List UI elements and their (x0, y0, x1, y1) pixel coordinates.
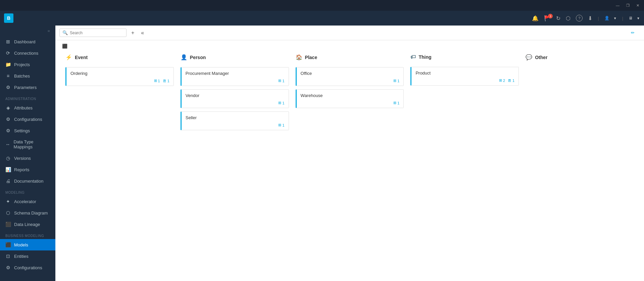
sidebar-item-projects[interactable]: 📁Projects (0, 59, 55, 70)
download-icon[interactable]: ⬇ (588, 15, 592, 21)
restore-btn[interactable]: ❐ (624, 3, 632, 8)
sidebar-label-data-lineage: Data Lineage (14, 222, 40, 227)
sidebar-item-configurations[interactable]: ⚙Configurations (0, 262, 55, 273)
entity-stats-seller: ⊞1 (186, 123, 285, 127)
add-button[interactable]: + (129, 29, 136, 37)
model-icon: ⬛ (62, 44, 67, 49)
entity-card-warehouse[interactable]: Warehouse⊞1 (296, 89, 404, 108)
entity-card-ordering[interactable]: Ordering⊞1🖹1 (65, 67, 174, 86)
sidebar-icon-connections: ⟳ (5, 50, 11, 56)
sidebar-label-accelerator: Accelerator (14, 199, 36, 204)
environment-menu[interactable]: 🖥 ▼ (629, 16, 640, 20)
search-box[interactable]: 🔍 (59, 29, 127, 37)
stat-icon: ⊞ (278, 79, 281, 83)
env-icon: 🖥 (629, 16, 633, 20)
help-icon[interactable]: ? (576, 15, 583, 21)
sidebar-label-documentation: Documentation (14, 179, 43, 184)
stat-item: 🖹1 (508, 79, 514, 83)
stat-icon: ⊞ (154, 79, 157, 83)
sidebar-icon-settings: ⚙ (5, 128, 11, 133)
category-name-person: Person (190, 55, 206, 60)
stat-value: 2 (503, 79, 505, 83)
sidebar-item-schema-diagram[interactable]: ⬡Schema Diagram (0, 207, 55, 219)
collapse-icon[interactable]: « (139, 29, 146, 37)
sidebar-item-data-type-mappings[interactable]: ↔Data Type Mappings (0, 136, 55, 152)
entity-name-product: Product (415, 71, 514, 76)
sidebar-label-entities: Entities (14, 254, 29, 259)
separator2: | (622, 16, 623, 21)
entity-card-procurement-manager[interactable]: Procurement Manager⊞1 (181, 67, 289, 86)
notifications-icon[interactable]: 🔔 (532, 15, 539, 21)
stat-item: ⊞1 (278, 101, 284, 105)
sidebar-icon-data-type-mappings: ↔ (5, 142, 10, 147)
sidebar-item-accelerator[interactable]: ✦Accelerator (0, 196, 55, 207)
sidebar-icon-configurations: ⚙ (5, 265, 11, 270)
sidebar-label-versions: Versions (14, 156, 31, 161)
sidebar-item-reports[interactable]: 📊Reports (0, 164, 55, 175)
search-input[interactable] (70, 31, 117, 35)
user-chevron: ▼ (613, 16, 617, 20)
entity-stats-warehouse: ⊞1 (301, 101, 400, 105)
user-menu[interactable]: 👤 ▼ (604, 16, 617, 20)
build-icon[interactable]: ⬡ (566, 15, 571, 21)
category-col-other: 💬Other (522, 54, 637, 134)
entity-stats-ordering: ⊞1🖹1 (70, 79, 169, 83)
sidebar-label-parameters: Parameters (14, 85, 37, 90)
stat-icon: 🖹 (163, 79, 166, 83)
minimize-btn[interactable]: — (614, 3, 622, 8)
model-grid: ⚡EventOrdering⊞1🖹1👤PersonProcurement Man… (55, 49, 644, 281)
edit-button[interactable]: ✏ (628, 29, 640, 37)
sidebar-item-data-lineage[interactable]: ⬛Data Lineage (0, 219, 55, 230)
sidebar-item-documentation[interactable]: 🖨Documentation (0, 175, 55, 187)
entity-stats-procurement-manager: ⊞1 (186, 79, 285, 83)
category-header-thing: 🏷Thing (410, 54, 519, 62)
env-chevron: ▼ (637, 16, 640, 20)
breadcrumb: ⬛ (55, 40, 644, 49)
entity-card-product[interactable]: Product⊞2🖹1 (410, 67, 519, 86)
stat-item: ⊞1 (393, 79, 399, 83)
category-name-other: Other (535, 55, 547, 60)
model-badge[interactable]: ⬛ (62, 44, 69, 49)
sidebar-label-configurations: Configurations (14, 117, 42, 122)
sidebar-item-versions[interactable]: ◷Versions (0, 152, 55, 164)
refresh-icon[interactable]: ↻ (556, 15, 560, 21)
sidebar-icon-dashboard: ⊞ (5, 39, 11, 44)
sidebar-icon-projects: 📁 (5, 62, 11, 67)
entity-card-office[interactable]: Office⊞1 (296, 67, 404, 86)
entity-card-seller[interactable]: Seller⊞1 (181, 111, 289, 130)
sidebar-nav: ⊞Dashboard⟳Connections📁Projects≡Batches⚙… (0, 36, 55, 273)
stat-value: 1 (397, 101, 399, 105)
title-bar-controls[interactable]: — ❐ ✕ (614, 3, 641, 8)
entity-card-vendor[interactable]: Vendor⊞1 (181, 89, 289, 108)
sidebar-item-configurations[interactable]: ⚙Configurations (0, 113, 55, 125)
stat-value: 1 (158, 79, 160, 83)
close-btn[interactable]: ✕ (634, 3, 641, 8)
category-col-event: ⚡EventOrdering⊞1🖹1 (62, 54, 177, 134)
stat-icon: ⊞ (393, 101, 396, 105)
entity-stats-office: ⊞1 (301, 79, 400, 83)
sidebar-icon-attributes: ◈ (5, 105, 11, 110)
entity-name-vendor: Vendor (186, 93, 285, 98)
logo-icon: B (4, 13, 13, 23)
sidebar-icon-versions: ◷ (5, 155, 11, 161)
sidebar-item-batches[interactable]: ≡Batches (0, 70, 55, 82)
stat-value: 1 (167, 79, 169, 83)
sidebar: « ⊞Dashboard⟳Connections📁Projects≡Batche… (0, 26, 55, 281)
sidebar-label-attributes: Attributes (14, 105, 33, 110)
sidebar-item-connections[interactable]: ⟳Connections (0, 47, 55, 59)
stat-icon: 🖹 (508, 79, 511, 83)
sidebar-label-settings: Settings (14, 128, 30, 133)
sidebar-item-parameters[interactable]: ⚙Parameters (0, 82, 55, 93)
flags-icon[interactable]: 🚩1 (544, 15, 551, 21)
sidebar-item-attributes[interactable]: ◈Attributes (0, 102, 55, 113)
sidebar-item-settings[interactable]: ⚙Settings (0, 125, 55, 136)
category-header-other: 💬Other (526, 54, 634, 62)
sidebar-item-entities[interactable]: ⊡Entities (0, 250, 55, 262)
sidebar-collapse-btn[interactable]: « (0, 26, 55, 36)
sidebar-item-models[interactable]: ⬛Models (0, 239, 55, 250)
category-header-place: 🏠Place (296, 54, 404, 62)
stat-item: ⊞1 (278, 79, 284, 83)
sidebar-item-dashboard[interactable]: ⊞Dashboard (0, 36, 55, 47)
search-icon: 🔍 (62, 30, 68, 35)
stat-value: 1 (512, 79, 514, 83)
